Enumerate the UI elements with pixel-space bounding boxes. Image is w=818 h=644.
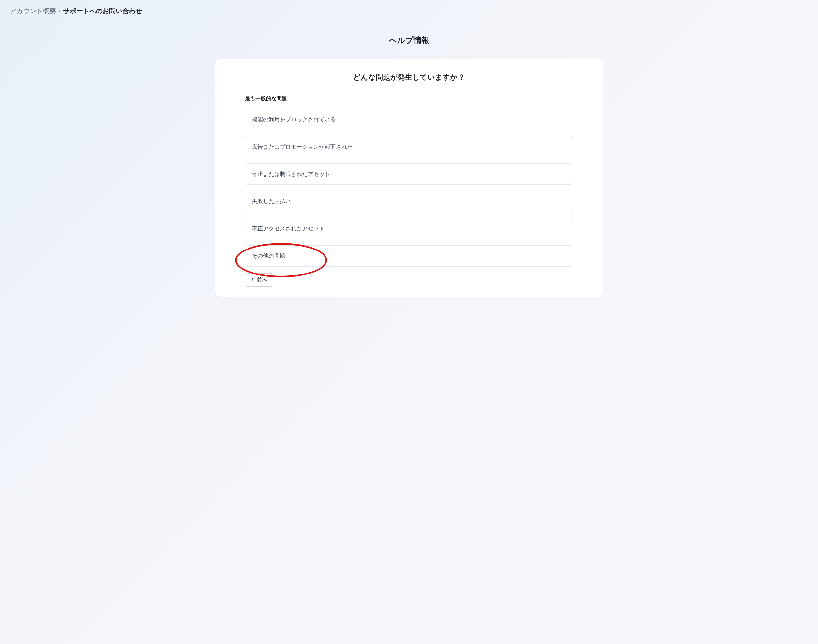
prev-button-label: 前へ bbox=[257, 277, 267, 283]
breadcrumb-link-account-overview[interactable]: アカウント概要 bbox=[10, 6, 56, 15]
nav-row: 前へ bbox=[245, 273, 573, 287]
option-ad-rejected[interactable]: 広告またはプロモーションが却下された bbox=[245, 136, 573, 158]
help-card: どんな問題が発生していますか？ 最も一般的な問題 機能の利用をブロックされている… bbox=[215, 59, 603, 297]
option-unauthorized-access[interactable]: 不正アクセスされたアセット bbox=[245, 218, 573, 239]
section-label-common-issues: 最も一般的な問題 bbox=[245, 95, 573, 102]
option-other-issues[interactable]: その他の問題 bbox=[245, 245, 573, 267]
option-suspended-asset[interactable]: 停止または制限されたアセット bbox=[245, 163, 573, 185]
option-failed-payment[interactable]: 失敗した支払い bbox=[245, 191, 573, 212]
page-title: ヘルプ情報 bbox=[10, 35, 808, 46]
option-list: 機能の利用をブロックされている 広告またはプロモーションが却下された 停止または… bbox=[245, 109, 573, 267]
option-blocked-feature[interactable]: 機能の利用をブロックされている bbox=[245, 109, 573, 130]
breadcrumb-separator: / bbox=[58, 7, 60, 15]
breadcrumb: アカウント概要 / サポートへのお問い合わせ bbox=[10, 6, 808, 15]
breadcrumb-current: サポートへのお問い合わせ bbox=[63, 6, 142, 15]
card-title: どんな問題が発生していますか？ bbox=[245, 72, 573, 82]
prev-button[interactable]: 前へ bbox=[245, 273, 273, 287]
chevron-left-icon bbox=[251, 277, 254, 283]
